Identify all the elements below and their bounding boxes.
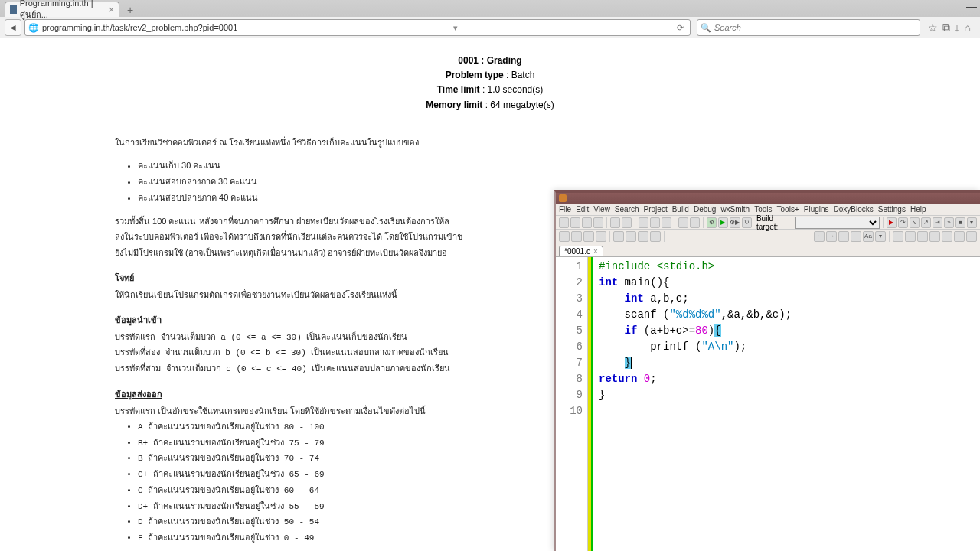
ide-titlebar[interactable] — [556, 193, 980, 204]
menu-debug[interactable]: Debug — [694, 205, 716, 214]
menu-tools[interactable]: Tools — [754, 205, 772, 214]
menu-view[interactable]: View — [593, 205, 610, 214]
layout3-icon[interactable] — [929, 231, 940, 242]
open-file-icon[interactable] — [570, 217, 580, 228]
rebuild-icon[interactable]: ↻ — [742, 217, 752, 228]
last-jump-icon[interactable] — [838, 231, 849, 242]
line-number: 8 — [556, 371, 583, 387]
undo-icon[interactable] — [610, 217, 620, 228]
line-number: 1 — [556, 259, 583, 275]
problem-id-title: 0001 : Grading — [458, 55, 521, 66]
reload-icon[interactable]: ⟳ — [674, 23, 687, 33]
code-area[interactable]: #include <stdio.h>int main(){ int a,b,c;… — [593, 257, 980, 551]
minimize-icon[interactable]: — — [966, 0, 977, 12]
step-into-icon[interactable]: ↘ — [910, 217, 920, 228]
layout6-icon[interactable] — [966, 231, 977, 242]
cursor-icon[interactable] — [893, 231, 903, 242]
find-icon[interactable] — [678, 217, 688, 228]
new-tab-button[interactable]: + — [122, 3, 138, 17]
build-target-dropdown[interactable] — [795, 217, 880, 229]
menu-doxyblocks[interactable]: DoxyBlocks — [834, 205, 874, 214]
menu-help[interactable]: Help — [910, 205, 926, 214]
line-number: 7 — [556, 355, 583, 371]
separator-icon — [883, 217, 884, 228]
build-target-selector: Build target: — [756, 214, 880, 231]
build-target-label: Build target: — [756, 214, 794, 231]
ide-tab-label: *0001.c — [564, 247, 590, 256]
separator-icon — [606, 217, 607, 228]
home-icon[interactable]: ⌂ — [965, 21, 971, 34]
close-icon[interactable]: × — [593, 247, 598, 256]
text-icon[interactable]: Aa — [863, 231, 874, 242]
back-nav-icon[interactable]: ← — [814, 231, 825, 242]
layout4-icon[interactable] — [942, 231, 952, 242]
ide-toolbar-2: ← → Aa ▾ — [556, 230, 980, 243]
cut-icon[interactable] — [639, 217, 648, 228]
ide-editor-tab[interactable]: *0001.c × — [559, 246, 603, 256]
menu-search[interactable]: Search — [615, 205, 639, 214]
toggle-breakpoint-icon[interactable] — [559, 231, 570, 242]
redo-icon[interactable] — [622, 217, 632, 228]
menu-settings[interactable]: Settings — [878, 205, 906, 214]
line-number: 5 — [556, 323, 583, 339]
line-number: 3 — [556, 291, 583, 307]
paste-icon[interactable] — [662, 217, 671, 228]
bookmark-prev-icon[interactable] — [571, 231, 582, 242]
intro-para: ในการเรียนวิชาคอมพิวเตอร์ ณ โรงเรียนแห่ง… — [115, 135, 865, 150]
copy-icon[interactable] — [650, 217, 660, 228]
ide-tab-bar: *0001.c × — [556, 243, 980, 257]
menu-file[interactable]: File — [559, 205, 571, 214]
list-item: คะแนนเก็บ 30 คะแนน — [138, 158, 865, 173]
bookmark-toggle-icon[interactable] — [596, 231, 606, 242]
search-input[interactable] — [714, 23, 916, 32]
ide-editor[interactable]: 1 2 3 4 5 6 7 8 9 10 #include <stdio.h>i… — [556, 257, 980, 551]
doxy-block-icon[interactable] — [638, 231, 648, 242]
tab-title: Programming.in.th | ศูนย์ก... — [20, 0, 103, 21]
highlight-icon[interactable] — [613, 231, 624, 242]
misc-icon[interactable] — [650, 231, 661, 242]
bookmark-next-icon[interactable] — [583, 231, 594, 242]
search-bar[interactable]: 🔍 — [697, 19, 920, 36]
tab-close-icon[interactable]: × — [109, 5, 114, 15]
stop-debug-icon[interactable]: ■ — [956, 217, 965, 228]
problem-type-label: Problem type — [446, 70, 504, 80]
line-number-gutter: 1 2 3 4 5 6 7 8 9 10 — [556, 257, 588, 551]
back-button[interactable]: ◄ — [5, 19, 21, 36]
menu-wxsmith[interactable]: wxSmith — [720, 205, 750, 214]
new-file-icon[interactable] — [559, 217, 569, 228]
more-icon[interactable]: ▾ — [875, 231, 886, 242]
bookmark-star-icon[interactable]: ☆ — [928, 21, 938, 34]
debug-run-icon[interactable]: ▶ — [887, 217, 897, 228]
run-icon[interactable]: ▶ — [718, 217, 728, 228]
layout2-icon[interactable] — [917, 231, 928, 242]
line-number: 9 — [556, 387, 583, 403]
save-all-icon[interactable] — [593, 217, 603, 228]
url-bar[interactable]: 🌐 programming.in.th/task/rev2_problem.ph… — [24, 19, 691, 36]
dropdown-icon[interactable]: ▾ — [453, 23, 458, 33]
info-icon[interactable] — [851, 231, 861, 242]
menu-toolsplus[interactable]: Tools+ — [777, 205, 799, 214]
continue-icon[interactable]: » — [944, 217, 954, 228]
menu-project[interactable]: Project — [644, 205, 668, 214]
replace-icon[interactable] — [690, 217, 700, 228]
layout5-icon[interactable] — [954, 231, 965, 242]
step-out-icon[interactable]: ↗ — [921, 217, 931, 228]
save-icon[interactable] — [582, 217, 592, 228]
build-icon[interactable]: ⚙ — [707, 217, 717, 228]
next-line-icon[interactable]: ⇥ — [933, 217, 942, 228]
build-run-icon[interactable]: ⚙▶ — [730, 217, 740, 228]
debug-windows-icon[interactable]: ▾ — [967, 217, 977, 228]
menu-plugins[interactable]: Plugins — [804, 205, 829, 214]
menu-edit[interactable]: Edit — [576, 205, 589, 214]
pocket-icon[interactable]: ⧉ — [942, 21, 950, 34]
layout-icon[interactable] — [905, 231, 916, 242]
select-icon[interactable] — [626, 231, 636, 242]
fwd-nav-icon[interactable]: → — [826, 231, 837, 242]
memory-limit-value: : 64 megabyte(s) — [485, 99, 554, 110]
menu-build[interactable]: Build — [672, 205, 689, 214]
ide-window: File Edit View Search Project Build Debu… — [554, 190, 980, 551]
time-limit-value: : 1.0 second(s) — [482, 84, 543, 95]
step-over-icon[interactable]: ↷ — [898, 217, 908, 228]
downloads-icon[interactable]: ↓ — [955, 21, 960, 34]
browser-tab-active[interactable]: Programming.in.th | ศูนย์ก... × — [5, 2, 119, 17]
